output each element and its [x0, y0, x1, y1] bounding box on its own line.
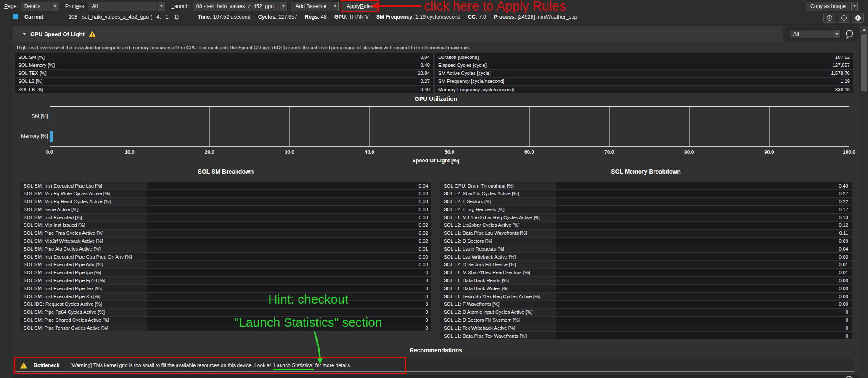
table-row[interactable]: SOL L2: D Sectors Fill Device [%]0.01 [440, 261, 852, 268]
section-header[interactable]: GPU Speed Of Light All [13, 26, 859, 42]
table-row[interactable]: SOL Memory [%]0.40 [15, 61, 433, 69]
metric-name: SOL TEX [%] [15, 71, 418, 76]
table-row[interactable]: SOL L2: D Sectors Fill Sysmem [%]0 [440, 317, 852, 324]
metric-value: 0.17 [556, 206, 852, 213]
table-row[interactable]: SOL L1: Lsuin Requests [%]0.04 [440, 245, 852, 252]
table-row[interactable]: SOL SM: Inst Executed Pipe Lsu [%]0.04 [20, 182, 431, 189]
sol-metrics-table-right: Duration [usecond]107.52Elapsed Cycles [… [435, 53, 853, 94]
table-row[interactable]: SOL SM: Inst Executed Pipe Fp16 [%]0 [20, 277, 431, 284]
table-row[interactable]: Elapsed Cycles [cycle]127,657 [435, 61, 853, 69]
table-row[interactable]: SOL SM: Mio Inst Issued [%]0.02 [20, 222, 431, 229]
metric-name: SOL SM: Pipe Shared Cycles Active [%] [20, 317, 147, 324]
table-row[interactable]: SOL TEX [%]10.84 [15, 70, 433, 77]
table-row[interactable]: SOL L2: D Sectors [%]0.09 [440, 238, 852, 245]
metric-name: SOL L2: Xbar2lts Cycles Active [%] [440, 190, 556, 197]
process-dropdown[interactable]: All [88, 2, 165, 11]
table-row[interactable]: SM Active Cycles [cycle]1,578.76 [435, 70, 853, 77]
x-tick-label: 10.0 [124, 149, 134, 155]
metric-name: SOL SM: Mio2rf Writeback Active [%] [20, 238, 147, 245]
table-row[interactable]: SOL GPU: Dram Throughput [%]0.40 [440, 182, 852, 189]
table-row[interactable]: SOL FB [%]0.40 [15, 86, 433, 93]
scroll-up-button[interactable] [860, 26, 868, 34]
chart-category-label: SM [%] [13, 106, 48, 126]
table-row[interactable]: Duration [usecond]107.52 [435, 53, 853, 61]
table-row[interactable]: SOL L2: Lts2xbar Cycles Active [%]0.12 [440, 222, 852, 229]
table-row[interactable]: SOL SM: Mio Pq Write Cycles Active [%]0.… [20, 190, 431, 197]
section-description: High-level overview of the utilization f… [17, 45, 470, 50]
metric-value: 0.04 [556, 245, 852, 252]
chevron-up-icon [863, 29, 866, 31]
table-row[interactable]: SOL SM: Inst Executed Pipe Cbu Pred On A… [20, 253, 431, 260]
kernel-stat: SM Frequency: 1.19 cycle/nsecond [376, 14, 460, 20]
metric-name: SOL L1: F Wavefronts [%] [440, 301, 556, 308]
launch-label: Launch: [171, 3, 190, 9]
launch-dropdown[interactable]: 08 - set_halo_values_z_452_gpu [193, 2, 288, 11]
table-row[interactable]: SOL SM: Pipe Alu Cycles Active [%]0.01 [20, 245, 431, 252]
metric-value: 0.40 [556, 182, 852, 189]
page-dropdown[interactable]: Details [21, 2, 59, 11]
bottleneck-warning-row[interactable]: Bottleneck [Warning] This kernel grid is… [15, 359, 854, 372]
metric-value: 0.13 [556, 214, 852, 221]
table-row[interactable]: SOL L2: T Tag Requests [%]0.17 [440, 206, 852, 213]
sm-breakdown-table: SOL SM: Inst Executed Pipe Lsu [%]0.04SO… [20, 182, 431, 332]
chart-bar-row [50, 107, 849, 127]
copy-as-image-menu-button[interactable] [851, 2, 858, 11]
copy-as-image-button[interactable]: Copy as Image [806, 2, 850, 11]
metric-name: SOL L2: Lts2xbar Cycles Active [%] [440, 222, 556, 229]
metric-value: 0.00 [147, 253, 431, 260]
table-row[interactable]: SOL SM [%]0.04 [15, 53, 433, 61]
table-row[interactable]: SOL L2 [%]0.27 [15, 78, 433, 85]
warning-icon [20, 362, 27, 369]
table-row[interactable]: SOL L1: M Xbar2l1tex Read Sectors [%]0.0… [440, 269, 852, 276]
table-row[interactable]: SOL SM: Mio Pq Read Cycles Active [%]0.0… [20, 198, 431, 205]
collapse-arrow-icon[interactable] [22, 33, 26, 35]
page-label: Page: [4, 3, 18, 9]
table-row[interactable]: SOL SM: Inst Executed Pipe Ipa [%]0 [20, 269, 431, 276]
info-button[interactable]: i [852, 13, 864, 23]
table-row[interactable]: SOL L2: T Sectors [%]0.22 [440, 198, 852, 205]
metric-value: 0 [147, 309, 431, 316]
chevron-down-icon [333, 5, 337, 7]
metric-value: 0.12 [556, 222, 852, 229]
table-row[interactable]: SM Frequency [cycle/nsecond]1.19 [435, 78, 853, 85]
table-row[interactable]: SOL L1: Tex Writeback Active [%]0 [440, 324, 852, 331]
table-row[interactable]: SOL SM: Pipe Fp64 Cycles Active [%]0 [20, 309, 431, 316]
table-row[interactable]: SOL SM: Inst Executed Pipe Tex [%]0 [20, 285, 431, 292]
comment-bubble-icon[interactable] [844, 29, 855, 39]
metric-name: SOL SM: Mio Pq Read Cycles Active [%] [20, 198, 147, 205]
add-baseline-menu-button[interactable] [332, 2, 339, 11]
x-tick-label: 20.0 [205, 149, 214, 155]
table-row[interactable]: SOL L1: Data Bank Writes [%]0.00 [440, 285, 852, 292]
metric-name: SOL SM: Inst Executed [%] [20, 214, 147, 221]
rule-name: Bottleneck [34, 362, 59, 368]
metric-value: 0.27 [556, 190, 852, 197]
table-row[interactable]: SOL L1: Texin Sm2tex Req Cycles Active [… [440, 293, 852, 300]
metric-value: 0 [556, 317, 852, 324]
memory-breakdown-table: SOL GPU: Dram Throughput [%]0.40SOL L2: … [440, 182, 852, 340]
table-row[interactable]: SOL L1: Lsu Writeback Active [%]0.03 [440, 253, 852, 260]
x-tick-label: 0.0 [46, 149, 53, 155]
table-row[interactable]: SOL L2: D Atomic Input Cycles Active [%]… [440, 309, 852, 316]
table-row[interactable]: SOL SM: Mio2rf Writeback Active [%]0.02 [20, 238, 431, 245]
zoom-out-button[interactable]: − [838, 13, 849, 23]
table-row[interactable]: SOL SM: Inst Executed [%]0.03 [20, 214, 431, 221]
metric-name: SOL SM: Inst Executed Pipe Tex [%] [20, 285, 147, 292]
table-row[interactable]: SOL SM: Pipe Fma Cycles Active [%]0.02 [20, 230, 431, 237]
table-row[interactable]: Memory Frequency [cycle/usecond]836.16 [435, 86, 853, 93]
comment-bubble-icon[interactable] [845, 376, 853, 378]
scrollbar-thumb[interactable] [861, 34, 867, 91]
metric-filter-dropdown[interactable]: All [789, 29, 841, 39]
add-baseline-button[interactable]: Add Baseline [291, 2, 331, 11]
metric-name: SOL L1: Lsuin Requests [%] [440, 245, 556, 252]
table-row[interactable]: SOL L1: M L1tex2xbar Req Cycles Active [… [440, 214, 852, 221]
table-row[interactable]: SOL L1: Data Pipe Lsu Wavefronts [%]0.11 [440, 230, 852, 237]
table-row[interactable]: SOL L1: Data Bank Reads [%]0.00 [440, 277, 852, 284]
table-row[interactable]: SOL SM: Inst Executed Pipe Adu [%]0.00 [20, 261, 431, 268]
table-row[interactable]: SOL SM: Issue Active [%]0.03 [20, 206, 431, 213]
metric-name: SOL L2: T Tag Requests [%] [440, 206, 556, 213]
table-row[interactable]: SOL L1: Data Pipe Tex Wavefronts [%]0 [440, 332, 852, 339]
metric-name: SM Frequency [cycle/nsecond] [435, 79, 841, 84]
table-row[interactable]: SOL L2: Xbar2lts Cycles Active [%]0.27 [440, 190, 852, 197]
vertical-scrollbar[interactable] [860, 26, 868, 378]
table-row[interactable]: SOL L1: F Wavefronts [%]0.00 [440, 301, 852, 308]
